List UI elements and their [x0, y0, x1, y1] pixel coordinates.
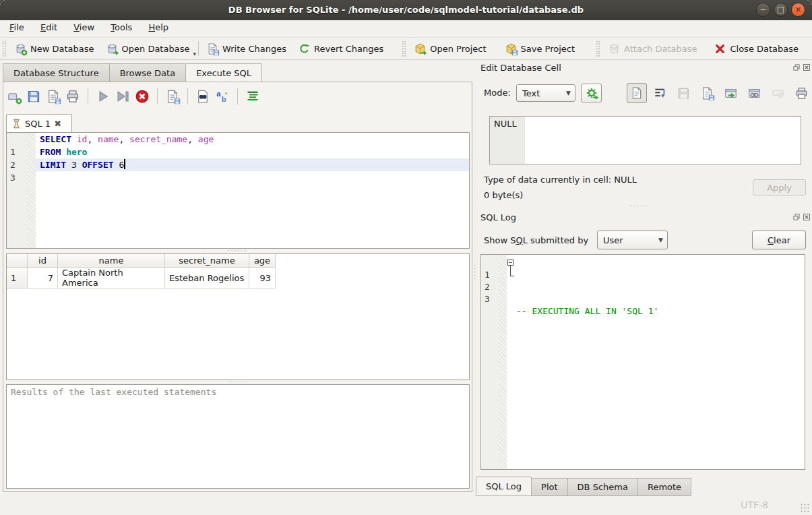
- cell-value: NULL: [494, 119, 517, 129]
- fold-collapse-icon[interactable]: [507, 260, 513, 266]
- sql-log-filter-select[interactable]: User ▼: [597, 231, 668, 249]
- edit-cell-dock-title: Edit Database Cell: [480, 63, 561, 73]
- hourglass-icon: [11, 119, 22, 129]
- window-controls: − □ ×: [756, 3, 805, 17]
- menu-tools[interactable]: Tools: [104, 20, 139, 37]
- tab-database-structure[interactable]: Database Structure: [3, 63, 109, 83]
- status-bar: UTF-8: [0, 496, 812, 515]
- column-header-name[interactable]: name: [58, 254, 165, 268]
- stop-icon[interactable]: [135, 90, 149, 103]
- dock-float-icon[interactable]: [792, 63, 801, 71]
- log-line: 3: [481, 281, 805, 293]
- title-bar[interactable]: DB Browser for SQLite - /home/user/code/…: [0, 0, 812, 20]
- apply-button[interactable]: Apply: [753, 179, 806, 195]
- dock-close-icon[interactable]: [803, 213, 811, 221]
- tab-plot[interactable]: Plot: [532, 478, 568, 496]
- find-replace-icon[interactable]: [216, 90, 229, 103]
- text-mode-button[interactable]: [627, 83, 647, 103]
- open-database-dropdown-arrow[interactable]: ▾: [193, 51, 196, 59]
- close-tab-icon[interactable]: ✖: [54, 119, 61, 129]
- copy-link-icon[interactable]: [748, 87, 761, 100]
- column-header-secret-name[interactable]: secret_name: [165, 254, 249, 268]
- toolbar-drag-handle[interactable]: [2, 40, 7, 57]
- export-file-icon[interactable]: [701, 87, 714, 100]
- save-sql-file-icon[interactable]: [46, 90, 60, 103]
- new-database-button[interactable]: New Database: [9, 39, 100, 58]
- splitter-handle[interactable]: ······: [3, 249, 472, 253]
- log-line: 1 -- EXECUTING ALL IN 'SQL 1': [481, 257, 805, 269]
- encoding-indicator[interactable]: UTF-8: [741, 499, 768, 510]
- open-database-button[interactable]: Open Database: [100, 39, 196, 58]
- save-results-icon[interactable]: [166, 90, 179, 103]
- tab-browse-data[interactable]: Browse Data: [109, 63, 186, 83]
- attach-database-icon: [608, 43, 620, 55]
- menu-bar: File Edit View Tools Help: [0, 20, 812, 38]
- dock-close-icon[interactable]: [803, 63, 811, 71]
- mode-select-value: Text: [522, 88, 540, 98]
- find-icon[interactable]: [196, 90, 210, 103]
- toolbar-drag-handle[interactable]: [402, 40, 406, 57]
- results-message-box[interactable]: Results of the last executed statements: [6, 384, 470, 489]
- maximize-button[interactable]: □: [774, 3, 788, 17]
- main-tab-bar: Database Structure Browse Data Execute S…: [3, 63, 262, 82]
- main-toolbar: New Database Open Database ▾ Write Chang…: [0, 38, 812, 60]
- menu-help[interactable]: Help: [142, 20, 175, 37]
- splitter-handle[interactable]: ······: [3, 380, 472, 384]
- editor-line: 2 FROM hero: [7, 146, 469, 158]
- mode-select[interactable]: Text ▼: [516, 84, 575, 102]
- vertical-splitter-handle[interactable]: ·····: [472, 264, 478, 281]
- set-null-icon[interactable]: [772, 87, 784, 100]
- attach-database-button[interactable]: Attach Database: [602, 39, 703, 58]
- column-header-id[interactable]: id: [28, 254, 58, 268]
- revert-changes-button[interactable]: Revert Changes: [292, 39, 389, 58]
- write-changes-button[interactable]: Write Changes: [201, 39, 292, 58]
- open-project-button[interactable]: Open Project: [408, 39, 492, 58]
- print-cell-icon[interactable]: [795, 87, 808, 100]
- tab-execute-sql[interactable]: Execute SQL: [185, 63, 262, 83]
- cell-name[interactable]: Captain North America: [58, 268, 165, 289]
- sql-log-filter-value: User: [603, 235, 623, 245]
- sql-log-output[interactable]: 1 -- EXECUTING ALL IN 'SQL 1' 2 -- 3: [480, 254, 805, 470]
- dock-splitter-handle[interactable]: ······: [472, 204, 809, 209]
- edit-cell-toolbar: [654, 87, 808, 100]
- word-wrap-icon[interactable]: [654, 87, 666, 100]
- clear-log-button[interactable]: Clear: [752, 231, 806, 249]
- sql-code-editor[interactable]: 1 SELECT id, name, secret_name, age 2 FR…: [6, 132, 470, 249]
- menu-view[interactable]: View: [67, 20, 101, 37]
- cell-secret-name[interactable]: Esteban Rogelios: [165, 268, 249, 289]
- print-icon[interactable]: [66, 90, 80, 103]
- tab-sql-log[interactable]: SQL Log: [476, 477, 532, 496]
- cell-age[interactable]: 93: [249, 268, 276, 289]
- execute-current-line-icon[interactable]: [116, 90, 129, 103]
- table-row: 1 7 Captain North America Esteban Rogeli…: [7, 268, 276, 289]
- sql-log-filter-label: Show SQL submitted by: [484, 235, 588, 245]
- open-tab-icon[interactable]: [7, 90, 21, 103]
- row-number[interactable]: 1: [7, 268, 28, 289]
- sql-editor-tab[interactable]: SQL 1 ✖: [6, 114, 72, 133]
- line-number: 3: [10, 171, 25, 184]
- resize-grip[interactable]: [800, 503, 809, 512]
- cell-id[interactable]: 7: [28, 268, 58, 289]
- cell-value-editor[interactable]: NULL: [489, 116, 801, 164]
- toolbar-separator: [88, 88, 88, 104]
- save-project-button[interactable]: Save Project: [499, 39, 582, 58]
- toolbar-drag-handle[interactable]: [596, 40, 600, 57]
- execute-all-icon[interactable]: [96, 90, 110, 103]
- import-file-icon[interactable]: [677, 87, 690, 100]
- auto-mode-button[interactable]: [581, 84, 602, 102]
- sql-log-dock-title: SQL Log: [480, 212, 516, 222]
- open-sql-file-icon[interactable]: [27, 90, 40, 103]
- open-external-icon[interactable]: [724, 87, 737, 100]
- format-sql-icon[interactable]: [246, 90, 259, 103]
- close-database-button[interactable]: Close Database: [708, 39, 805, 58]
- window-title: DB Browser for SQLite - /home/user/code/…: [0, 0, 812, 20]
- dock-float-icon[interactable]: [792, 213, 801, 221]
- menu-file[interactable]: File: [3, 20, 31, 37]
- column-header-age[interactable]: age: [249, 254, 276, 268]
- sql-log-dock-controls: [792, 213, 811, 221]
- tab-db-schema[interactable]: DB Schema: [568, 478, 638, 496]
- tab-remote[interactable]: Remote: [638, 478, 691, 496]
- minimize-button[interactable]: −: [756, 3, 770, 17]
- menu-edit[interactable]: Edit: [34, 20, 64, 37]
- close-button[interactable]: ×: [791, 3, 805, 17]
